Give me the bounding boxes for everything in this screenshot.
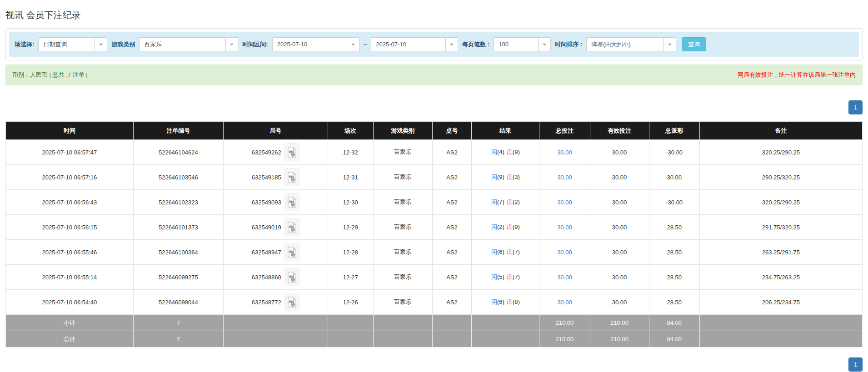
chevron-down-icon: [663, 38, 676, 51]
date-from-select[interactable]: 2025-07-10: [272, 37, 359, 51]
summary-empty: [432, 331, 472, 347]
page-size-select[interactable]: 100: [494, 37, 551, 51]
result-banker-score: (7): [513, 248, 520, 255]
result-player-score: (6): [497, 298, 504, 305]
video-playback-button[interactable]: [284, 218, 299, 236]
date-to-select[interactable]: 2025-07-10: [371, 37, 458, 51]
cell-remark: 263.25/291.75: [699, 240, 862, 265]
cell-table-no: AS2: [432, 140, 472, 165]
date-range-tilde: ~: [364, 41, 367, 48]
result-banker-score: (7): [513, 273, 520, 280]
cell-total-bet: 30.00: [539, 240, 590, 265]
currency-summary-text: 币别：人民币 | 总共 :7 注单 |: [12, 71, 88, 79]
result-banker-label: 庄: [507, 174, 513, 180]
cell-session: 12-27: [328, 265, 373, 290]
total-bet-link[interactable]: 30.00: [557, 299, 572, 306]
header-total-bet: 总投注: [539, 122, 590, 140]
cell-bet-id: 522646101373: [133, 215, 223, 240]
total-bet-link[interactable]: 30.00: [557, 224, 572, 231]
cell-time: 2025-07-10 06:55:46: [6, 240, 134, 265]
result-player-score: (5): [497, 273, 504, 280]
cell-payout: 28.50: [649, 265, 699, 290]
cell-game-type: 百家乐: [373, 215, 432, 240]
result-player-label: 闲: [491, 248, 497, 255]
total-bet-link[interactable]: 30.00: [557, 249, 572, 256]
video-playback-button[interactable]: [284, 268, 299, 286]
table-row: 2025-07-10 06:56:15 522646101373 6325490…: [6, 215, 863, 240]
game-type-select[interactable]: 百家乐: [139, 37, 238, 51]
result-player-label: 闲: [491, 273, 497, 280]
summary-row-label: 小计: [6, 315, 134, 331]
cell-round-no: 632549262: [223, 140, 328, 165]
result-banker-score: (2): [513, 198, 520, 205]
summary-valid-bet: 210.00: [590, 331, 649, 347]
result-player-score: (9): [497, 174, 504, 180]
film-document-icon: [288, 297, 296, 308]
cell-time: 2025-07-10 06:57:16: [6, 165, 134, 190]
summary-valid-bet: 210.00: [590, 315, 649, 331]
cell-table-no: AS2: [432, 215, 472, 240]
cell-result: 闲(6)庄(7): [472, 240, 539, 265]
cell-bet-id: 522646098044: [133, 290, 223, 315]
summary-empty: [373, 331, 432, 347]
summary-bar: 币别：人民币 | 总共 :7 注单 | 同局有效投注，统一计算在该局第一张注单内: [5, 64, 863, 85]
summary-empty: [432, 315, 472, 331]
cell-valid-bet: 30.00: [590, 190, 649, 215]
page-button-1[interactable]: 1: [848, 100, 863, 114]
cell-round-no: 632549093: [223, 190, 328, 215]
video-playback-button[interactable]: [284, 168, 299, 186]
cell-valid-bet: 30.00: [590, 265, 649, 290]
cell-game-type: 百家乐: [373, 140, 432, 165]
query-mode-value: 日期查询: [39, 38, 95, 51]
summary-empty: [328, 331, 373, 347]
page-button-1[interactable]: 1: [848, 357, 863, 372]
pagination-top: 1: [5, 100, 863, 114]
cell-total-bet: 30.00: [539, 140, 590, 165]
header-table-no: 桌号: [432, 122, 472, 140]
video-playback-button[interactable]: [284, 193, 299, 211]
cell-result: 闲(2)庄(9): [472, 215, 539, 240]
page-container: 视讯 会员下注纪录 请选择: 日期查询 游戏类别 百家乐 时间区间: 2025-…: [0, 0, 868, 372]
summary-empty: [699, 331, 862, 347]
result-player-score: (2): [497, 223, 504, 230]
film-document-icon: [288, 172, 296, 183]
cell-result: 闲(7)庄(2): [472, 190, 539, 215]
result-player-label: 闲: [491, 298, 497, 305]
time-order-select[interactable]: 降幂(由大到小): [586, 37, 676, 51]
table-row: 2025-07-10 06:56:43 522646102323 6325490…: [6, 190, 863, 215]
cell-round-no: 632549185: [223, 165, 328, 190]
cell-table-no: AS2: [432, 240, 472, 265]
cell-round-no: 632548772: [223, 290, 328, 315]
header-bet-id: 注单编号: [133, 122, 223, 140]
game-type-label: 游戏类别: [111, 40, 135, 49]
bet-records-table: 时间 注单编号 局号 场次 游戏类别 桌号 结果 总投注 有效投注 总派彩 备注…: [5, 121, 863, 347]
total-bet-link[interactable]: 30.00: [557, 149, 572, 156]
cell-table-no: AS2: [432, 190, 472, 215]
search-button[interactable]: 查询: [682, 37, 706, 51]
cell-payout: 28.50: [649, 215, 699, 240]
time-order-value: 降幂(由大到小): [587, 38, 663, 51]
result-player-score: (4): [497, 149, 504, 155]
cell-valid-bet: 30.00: [590, 215, 649, 240]
cell-time: 2025-07-10 06:54:40: [6, 290, 134, 315]
summary-empty: [699, 315, 862, 331]
cell-time: 2025-07-10 06:56:15: [6, 215, 134, 240]
video-playback-button[interactable]: [284, 143, 299, 161]
query-mode-select[interactable]: 日期查询: [38, 37, 107, 51]
total-bet-link[interactable]: 30.00: [557, 199, 572, 206]
video-playback-button[interactable]: [284, 293, 299, 311]
total-bet-link[interactable]: 30.00: [557, 174, 572, 181]
filter-panel: 请选择: 日期查询 游戏类别 百家乐 时间区间: 2025-07-10 ~ 20…: [5, 28, 863, 60]
cell-total-bet: 30.00: [539, 290, 590, 315]
time-order-label: 时间排序 :: [555, 40, 582, 49]
summary-total-bet: 210.00: [539, 331, 590, 347]
film-document-icon: [288, 247, 296, 258]
cell-session: 12-28: [328, 240, 373, 265]
cell-round-no: 632548860: [223, 265, 328, 290]
table-row: 2025-07-10 06:55:46 522646100364 6325489…: [6, 240, 863, 265]
cell-remark: 320.25/290.25: [699, 140, 862, 165]
video-playback-button[interactable]: [284, 243, 299, 261]
game-type-value: 百家乐: [140, 38, 225, 51]
total-bet-link[interactable]: 30.00: [557, 274, 572, 281]
cell-game-type: 百家乐: [373, 190, 432, 215]
